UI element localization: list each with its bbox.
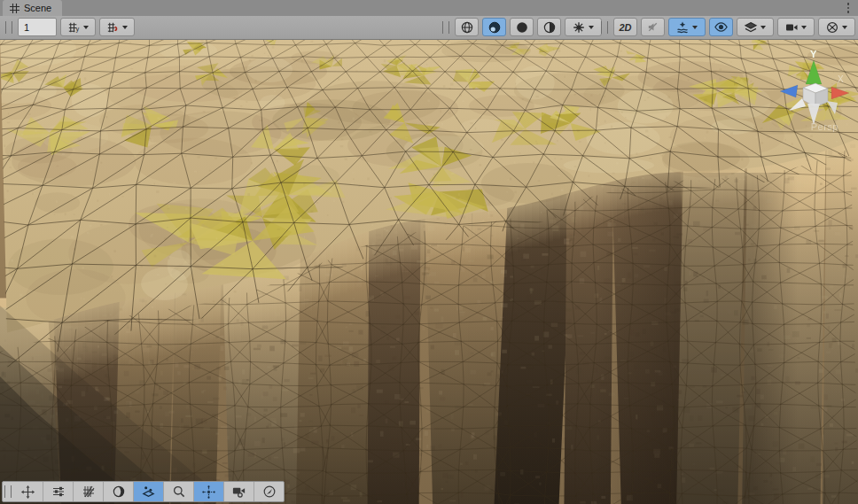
- gizmo-axis-cones: [780, 60, 849, 125]
- scene-window: Scene y: [0, 0, 858, 504]
- move-arrows-icon: [20, 485, 35, 500]
- gizmos-button[interactable]: [818, 18, 855, 36]
- snap-settings-caret: [122, 26, 128, 29]
- grid-plane-caret: [83, 26, 89, 29]
- grid-snap-drag-handle[interactable]: [5, 21, 12, 34]
- half-sphere-icon: [542, 20, 557, 35]
- svg-text:y: y: [75, 25, 79, 33]
- gizmo-x-label: X: [838, 74, 844, 84]
- scene-viewport: Y X Persp: [0, 40, 858, 504]
- scene-fx-icon: [675, 20, 690, 35]
- compass-icon: [262, 485, 277, 499]
- layers-stack-icon: [744, 20, 758, 35]
- layers-caret: [760, 26, 766, 29]
- camera-preview-button[interactable]: [224, 482, 254, 501]
- scene-fx-button[interactable]: [668, 18, 706, 36]
- draw-mode-group: [441, 18, 602, 36]
- scene-tab-label: Scene: [24, 3, 51, 13]
- wireframe-sphere-icon: [460, 20, 474, 35]
- scene-visibility-button[interactable]: [709, 18, 733, 36]
- 2d-toggle-button[interactable]: 2D: [613, 18, 637, 36]
- cameras-button[interactable]: [777, 18, 815, 36]
- wireframe-toggle-button[interactable]: [74, 482, 104, 501]
- scene-orientation-gizmo[interactable]: Y X: [778, 47, 853, 128]
- zoom-tool-button[interactable]: [164, 482, 194, 501]
- settings-sliders-button[interactable]: [43, 482, 74, 501]
- tools-overlay-drag-handle[interactable]: [4, 485, 12, 498]
- solid-sphere-icon: [515, 20, 529, 35]
- view-options-drag-handle[interactable]: [601, 21, 608, 34]
- gizmos-crosshair-icon: [825, 20, 839, 35]
- transform-handles-button[interactable]: [194, 482, 224, 501]
- sliders-icon: [51, 485, 66, 499]
- eye-icon: [714, 19, 729, 35]
- camera-projection-label[interactable]: Persp: [811, 121, 838, 132]
- effects-starburst-icon: [572, 20, 586, 35]
- snap-settings-button[interactable]: [99, 18, 135, 36]
- magnifier-icon: [172, 485, 186, 499]
- vertex-diamond-icon: [141, 485, 156, 500]
- dotted-move-icon: [201, 485, 216, 500]
- scene-fx-caret: [692, 26, 698, 29]
- scene-toolbar: y: [0, 16, 858, 40]
- layers-button[interactable]: [737, 18, 774, 36]
- draw-mode-drag-handle[interactable]: [442, 21, 449, 34]
- effects-dropdown-button[interactable]: [565, 18, 602, 36]
- move-tool-button[interactable]: [13, 482, 43, 501]
- tab-bar: Scene: [0, 0, 858, 16]
- overflow-menu-icon[interactable]: [843, 2, 854, 14]
- audio-muted-icon: [646, 20, 659, 34]
- grid-plane-icon: y: [67, 20, 81, 34]
- grid-plane-button[interactable]: y: [60, 18, 96, 36]
- vertex-paint-button[interactable]: [134, 482, 164, 501]
- audio-toggle-button[interactable]: [641, 18, 665, 36]
- 2d-toggle-label: 2D: [619, 22, 631, 33]
- grid-snap-group: y: [4, 18, 135, 36]
- shading-toggle-button[interactable]: [104, 482, 134, 501]
- camera-icon: [784, 20, 799, 35]
- shaded-wireframe-mode-button[interactable]: [482, 18, 506, 36]
- moon-icon: [112, 485, 126, 499]
- grid-tab-icon: [10, 4, 20, 13]
- tools-overlay: [2, 481, 285, 502]
- effects-caret: [589, 26, 594, 29]
- wireframe-mode-button[interactable]: [455, 18, 479, 36]
- gizmo-y-label: Y: [810, 49, 817, 59]
- shaded-sphere-icon: [488, 20, 502, 35]
- grid-size-input[interactable]: [18, 18, 57, 36]
- hatched-grid-icon: [82, 485, 96, 499]
- gizmos-caret: [842, 26, 847, 29]
- snap-increment-icon: [106, 20, 120, 34]
- shaded-mode-button[interactable]: [510, 18, 534, 36]
- terrain-render[interactable]: [0, 40, 858, 504]
- view-options-group: 2D: [599, 18, 855, 36]
- scene-tab[interactable]: Scene: [3, 0, 62, 16]
- camera-eye-icon: [231, 485, 246, 500]
- lighting-mode-button[interactable]: [537, 18, 561, 36]
- navigation-compass-button[interactable]: [254, 482, 284, 501]
- cameras-caret: [801, 26, 807, 29]
